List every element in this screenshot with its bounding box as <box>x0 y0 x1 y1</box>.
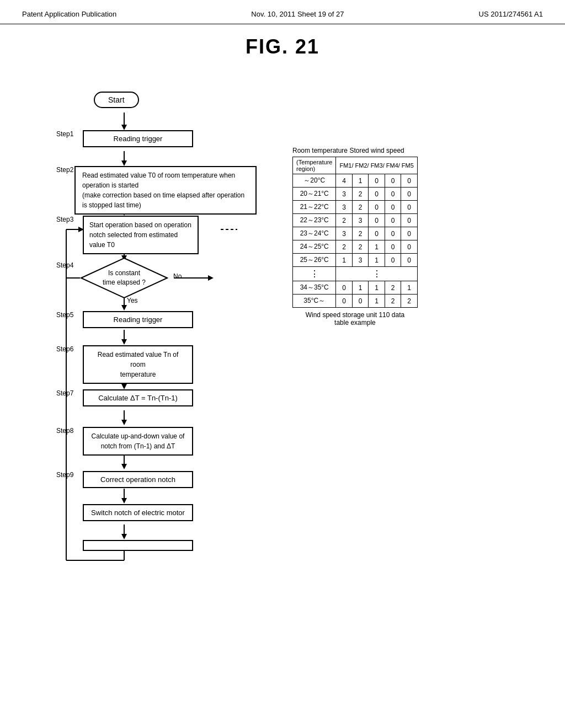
table-cell-value: 2 <box>336 240 352 254</box>
svg-marker-9 <box>208 275 214 281</box>
table-cell-value: 0 <box>385 214 401 227</box>
svg-marker-19 <box>121 464 127 469</box>
table-cell-temp: 35°C～ <box>293 295 336 308</box>
header-publication-label: Patent Application Publication <box>22 10 116 18</box>
step9-label: Step9 <box>56 471 73 479</box>
table-cell-value: 4 <box>336 174 352 188</box>
table-cell-value: 3 <box>352 214 368 227</box>
table-cell-value: 0 <box>336 281 352 295</box>
flowchart-area: Start Step1 Reading trigger Step2 Read e… <box>33 75 532 326</box>
table-cell-value: 2 <box>401 295 418 308</box>
table-cell-value: 0 <box>385 254 401 267</box>
table-cell-value: 3 <box>336 201 352 214</box>
svg-marker-1 <box>121 125 127 130</box>
table-cell-value: 2 <box>385 295 401 308</box>
table-cell-value: 0 <box>385 174 401 188</box>
svg-marker-3 <box>121 160 127 166</box>
svg-marker-32 <box>81 258 167 298</box>
step3-label: Step3 <box>56 216 73 223</box>
table-cell-value: 1 <box>369 240 385 254</box>
table-cell-temp: 21～22°C <box>293 201 336 214</box>
svg-marker-23 <box>121 534 127 539</box>
table-cell-value: 0 <box>385 201 401 214</box>
table-cell-value: 2 <box>352 227 368 240</box>
table-cell-value: 0 <box>401 174 418 188</box>
table-cell-temp: 34～35°C <box>293 281 336 295</box>
table-cell-value: 1 <box>369 254 385 267</box>
table-cell-value: 0 <box>369 188 385 201</box>
svg-text:Is constant: Is constant <box>108 269 141 277</box>
table-row: 22～23°C23000 <box>293 214 418 227</box>
table-cell-value: 0 <box>336 295 352 308</box>
step5-label: Step5 <box>56 311 73 319</box>
table-cell-temp: 25～26°C <box>293 254 336 267</box>
svg-marker-13 <box>121 339 127 345</box>
table-cell-temp: 24～25°C <box>293 240 336 254</box>
step7-label: Step7 <box>56 389 73 397</box>
table-row: ⋮⋮ <box>293 267 418 281</box>
table-row: ～20°C41000 <box>293 174 418 188</box>
table-cell-value: 0 <box>352 295 368 308</box>
table-cell-value: 1 <box>369 295 385 308</box>
header-sheet-info: Nov. 10, 2011 Sheet 19 of 27 <box>251 10 344 18</box>
terminal-rect <box>83 540 193 553</box>
step2-node: Read estimated value T0 of room temperat… <box>74 166 257 215</box>
table-cell-value: 0 <box>401 188 418 201</box>
step3-node: Start operation based on operationnotch … <box>83 216 199 254</box>
table-cell-value: 1 <box>401 281 418 295</box>
table-cell-temp: 22～23°C <box>293 214 336 227</box>
step6-label: Step6 <box>56 345 73 353</box>
table-cell-value: 3 <box>336 188 352 201</box>
header-patent-number: US 2011/274561 A1 <box>479 10 543 18</box>
table-cell-value: 0 <box>401 254 418 267</box>
page-header: Patent Application Publication Nov. 10, … <box>0 0 565 24</box>
start-node: Start <box>94 92 139 108</box>
table-caption: Wind speed storage unit 110 data table e… <box>292 311 418 326</box>
table-row: 34～35°C01121 <box>293 281 418 295</box>
step7-node: Calculate ΔT = Tn-(Tn-1) <box>83 389 193 406</box>
page-body: FIG. 21 <box>0 24 565 338</box>
table-cell-value: 2 <box>352 188 368 201</box>
step9-node: Correct operation notch <box>83 471 193 488</box>
table-cell-value: 0 <box>401 240 418 254</box>
table-cell-value: 2 <box>336 214 352 227</box>
diamond-svg: Is constant time elapsed ? <box>80 257 168 299</box>
step1-node: Reading trigger <box>83 130 193 147</box>
switch-notch-node: Switch notch of electric motor <box>83 504 193 521</box>
table-row: 21～22°C32000 <box>293 201 418 214</box>
table-cell-value: 0 <box>369 174 385 188</box>
svg-text:time elapsed ?: time elapsed ? <box>103 279 146 286</box>
step2-label: Step2 <box>56 166 73 174</box>
yes-label: Yes <box>127 297 138 304</box>
table-row: 25～26°C13100 <box>293 254 418 267</box>
table-cell-value: 0 <box>385 240 401 254</box>
table-cell-ellipsis-values: ⋮ <box>336 267 417 281</box>
figure-title: FIG. 21 <box>33 35 532 58</box>
table-cell-value: 0 <box>369 201 385 214</box>
start-oval: Start <box>94 92 139 108</box>
table-row: 23～24°C32000 <box>293 227 418 240</box>
table-cell-value: 3 <box>336 227 352 240</box>
table-cell-temp: ～20°C <box>293 174 336 188</box>
table-cell-value: 0 <box>385 188 401 201</box>
table-cell-temp: 20～21°C <box>293 188 336 201</box>
table-cell-value: 1 <box>352 281 368 295</box>
table-row: 35°C～00122 <box>293 295 418 308</box>
table-cell-value: 0 <box>401 201 418 214</box>
wind-speed-table: (Temperature region) FM1/ FM2/ FM3/ FM4/… <box>292 157 418 308</box>
table-cell-value: 2 <box>352 240 368 254</box>
table-cell-value: 0 <box>401 227 418 240</box>
table-header-fm: FM1/ FM2/ FM3/ FM4/ FM5 <box>336 157 417 174</box>
table-area: Room temperature Stored wind speed (Temp… <box>292 147 418 326</box>
table-cell-value: 2 <box>385 281 401 295</box>
svg-marker-21 <box>121 498 127 504</box>
step5-node: Reading trigger <box>83 311 193 328</box>
table-cell-value: 0 <box>385 227 401 240</box>
table-row: 20～21°C32000 <box>293 188 418 201</box>
table-cell-value: 0 <box>369 214 385 227</box>
step4-node: Is constant time elapsed ? <box>80 257 168 301</box>
svg-marker-15 <box>121 384 127 389</box>
table-cell-temp: 23～24°C <box>293 227 336 240</box>
table-row: 24～25°C22100 <box>293 240 418 254</box>
svg-marker-17 <box>121 420 127 425</box>
